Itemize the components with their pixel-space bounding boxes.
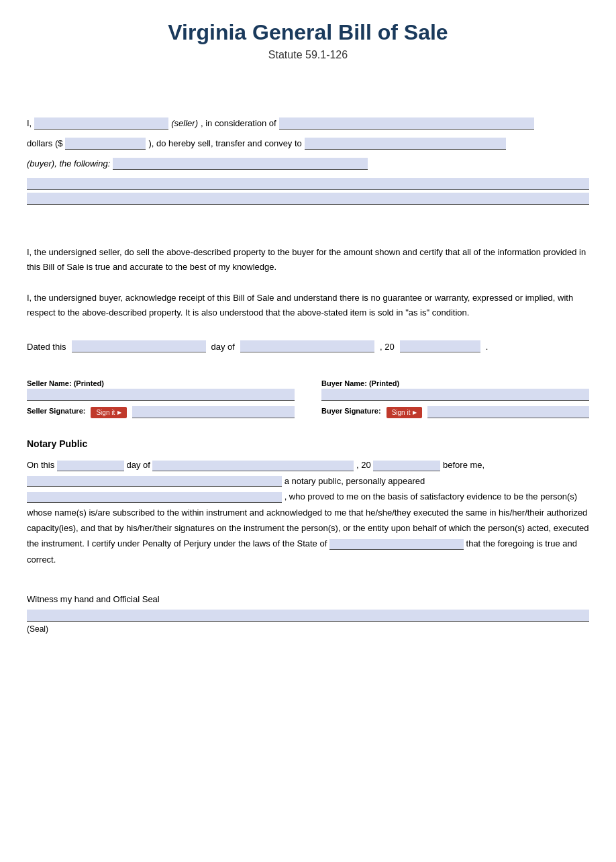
notary-appeared-field[interactable] [27,492,282,503]
seller-sig-label: Seller Signature: [27,407,85,415]
seller-name-label: Seller Name: (Printed) [27,379,295,387]
buyer-printed-name-field[interactable] [321,389,589,401]
seller-sig-row: Seller Signature: Sign it [27,406,295,418]
buyer-paragraph: I, the undersigned buyer, acknowledge re… [27,291,589,320]
dated-text: Dated this [27,342,66,352]
buyer-sig-label: Buyer Signature: [321,407,381,415]
notary-public-name-field[interactable] [27,476,282,487]
notary-comma-20: , 20 [356,460,371,470]
seal-label: (Seal) [27,624,589,634]
dollars-text: dollars ($ [27,135,62,152]
notary-title: Notary Public [27,438,589,449]
consideration-field[interactable] [279,117,534,130]
consideration-text: , in consideration of [201,115,276,132]
notary-day-of-text: day of [126,460,150,470]
buyer-sig-row: Buyer Signature: Sign it [321,406,589,418]
witness-label: Witness my hand and Official Seal [27,594,589,604]
period-text: . [486,342,489,352]
buyer-name-label: Buyer Name: (Printed) [321,379,589,387]
dated-year-field[interactable] [400,340,480,352]
seller-sig-field[interactable] [132,406,295,418]
description-line-2[interactable] [27,193,589,205]
document-subtitle: Statute 59.1-126 [27,49,589,61]
buyer-sig-col: Buyer Name: (Printed) Buyer Signature: S… [321,379,589,418]
document-title: Virginia General Bill of Sale [27,20,589,45]
on-this-text: On this [27,460,54,470]
dated-month-field[interactable] [240,340,374,352]
notary-day-field[interactable] [57,461,124,471]
seller-name-field[interactable] [34,117,168,130]
buyer-name-intro-field[interactable] [305,138,506,150]
signatures-section: Seller Name: (Printed) Seller Signature:… [27,379,589,418]
description-block [27,178,589,205]
buyer-sig-field[interactable] [427,406,589,418]
witness-field[interactable] [27,610,589,622]
seller-sign-button[interactable]: Sign it [91,407,127,418]
notary-public-text: a notary public, personally appeared [285,476,425,486]
notary-year-field[interactable] [373,461,440,471]
notary-section: Notary Public On this day of , 20 before… [27,438,589,567]
seller-label: (seller) [171,115,198,132]
dated-section: Dated this day of , 20 . [27,340,589,352]
description-line-1[interactable] [27,178,589,190]
seller-sig-col: Seller Name: (Printed) Seller Signature:… [27,379,295,418]
dollar-amount-field[interactable] [65,138,146,150]
seller-paragraph: I, the undersigned seller, do sell the a… [27,245,589,275]
buyer-sign-button[interactable]: Sign it [387,407,423,418]
convey-text: ), do hereby sell, transfer and convey t… [148,135,301,152]
comma-20-text: , 20 [380,342,395,352]
dated-day-field[interactable] [72,340,206,352]
day-of-text: day of [211,342,235,352]
notary-before-me: before me, [443,460,484,470]
notary-state-field[interactable] [329,539,464,550]
notary-text: On this day of , 20 before me, a notary … [27,457,589,567]
intro-section: I, (seller) , in consideration of dollar… [27,115,589,205]
notary-month-field[interactable] [152,461,354,471]
witness-section: Witness my hand and Official Seal (Seal) [27,594,589,634]
item-description-inline-field[interactable] [113,158,368,170]
seller-printed-name-field[interactable] [27,389,295,401]
buyer-label: (buyer), the following: [27,155,110,173]
i-text: I, [27,115,32,132]
